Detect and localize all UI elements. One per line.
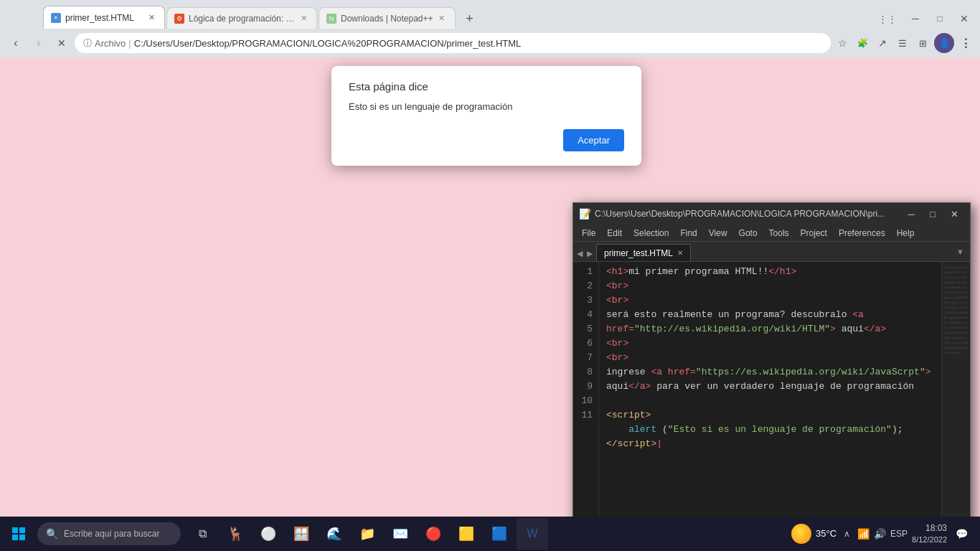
tab1-close[interactable]: ✕ <box>146 12 157 24</box>
taskbar-chrome-app[interactable]: 🔴 <box>418 518 449 550</box>
address-input-container[interactable]: ⓘ Archivo | C:/Users/User/Desktop/PROGRA… <box>75 33 831 53</box>
line-numbers: 1 2 3 4 5 6 7 8 9 10 11 <box>573 262 599 541</box>
notepad-minimize-btn[interactable]: ─ <box>901 206 921 222</box>
notepad-winctrls: ─ □ ✕ <box>901 206 964 222</box>
menu-help[interactable]: Help <box>891 227 920 240</box>
menu-view[interactable]: View <box>703 227 733 240</box>
address-bar: ‹ › ✕ ⓘ Archivo | C:/Users/User/Desktop/… <box>0 29 980 57</box>
sun-icon <box>791 524 811 544</box>
new-tab-button[interactable]: + <box>460 9 480 29</box>
code-line-10: alert ("Esto si es un lenguaje de progra… <box>606 423 934 437</box>
address-text: C:/Users/User/Desktop/PROGRAMACION/LOGIC… <box>134 38 522 49</box>
tab3-favicon: N <box>326 14 336 24</box>
window-expand-icon[interactable]: ⋮⋮ <box>874 12 901 26</box>
notification-button[interactable]: 💬 <box>951 524 971 544</box>
code-line-5: <br> <box>606 336 934 351</box>
npp-tab-name: primer_test.HTML <box>604 248 673 258</box>
notepad-tab-bar: ◀ ▶ primer_test.HTML ✕ ▼ <box>573 242 970 262</box>
menu-find[interactable]: Find <box>674 227 702 240</box>
menu-goto[interactable]: Goto <box>733 227 763 240</box>
notepad-restore-btn[interactable]: □ <box>923 206 943 222</box>
clock-time: 18:03 <box>925 523 947 534</box>
tab3-title: Downloads | Notepad++ <box>341 14 433 24</box>
menu-preferences[interactable]: Preferences <box>833 227 891 240</box>
window-close-btn[interactable]: ✕ <box>954 11 974 26</box>
network-icon[interactable]: 📶 <box>857 528 870 540</box>
sidebar-icon[interactable]: ⊞ <box>914 34 931 52</box>
alert-button-row: Aceptar <box>349 129 624 151</box>
accept-button[interactable]: Aceptar <box>563 129 624 151</box>
system-tray-expand[interactable]: ∧ <box>841 526 853 542</box>
notepad-close-btn[interactable]: ✕ <box>944 206 964 222</box>
notepad-app-icon: 📝 <box>579 208 590 220</box>
taskbar-taskview-app[interactable]: 🪟 <box>286 518 317 550</box>
temperature-text: 35°C <box>816 528 837 539</box>
alert-title: Esta página dice <box>349 80 624 93</box>
clock-date: 8/12/2022 <box>912 534 947 545</box>
tab2-favicon: ⚙ <box>174 14 184 24</box>
taskbar-task-view[interactable]: ⧉ <box>187 518 218 550</box>
code-line-3: <br> <box>606 293 934 308</box>
reading-list-icon[interactable]: ☰ <box>894 34 911 52</box>
taskbar-weather[interactable]: 35°C <box>791 524 837 544</box>
svg-rect-0 <box>12 527 18 533</box>
search-icon: 🔍 <box>46 528 58 540</box>
tab3-close[interactable]: ✕ <box>436 13 448 24</box>
alert-message: Esto si es un lenguaje de programación <box>349 101 624 112</box>
taskbar-filemanager-app[interactable]: 📁 <box>352 518 383 550</box>
taskbar-edge-app[interactable]: 🌊 <box>319 518 350 550</box>
profile-icon[interactable]: 👤 <box>934 33 954 53</box>
tab1-title: primer_test.HTML <box>65 13 143 23</box>
bookmark-star-icon[interactable]: ☆ <box>834 34 851 52</box>
window-minimize-btn[interactable]: ─ <box>905 11 925 26</box>
code-editor: 1 2 3 4 5 6 7 8 9 10 11 <h1>mi primer pr… <box>573 262 970 541</box>
npp-next-tab-icon[interactable]: ▶ <box>585 248 595 260</box>
notepad-window: 📝 C:\Users\User\Desktop\PROGRAMACION\LOG… <box>573 202 971 551</box>
menu-edit[interactable]: Edit <box>601 227 628 240</box>
code-line-2: <br> <box>606 279 934 293</box>
taskbar-word-app[interactable]: W <box>517 518 548 550</box>
taskbar-app9[interactable]: 🟦 <box>484 518 515 550</box>
back-button[interactable]: ‹ <box>6 33 26 53</box>
browser-window: ⚬ primer_test.HTML ✕ ⚙ Lógica de program… <box>0 0 980 551</box>
taskbar-search[interactable]: 🔍 Escribe aquí para buscar <box>37 522 181 545</box>
language-indicator: ESP <box>890 529 908 539</box>
windows-icon <box>11 527 26 541</box>
taskbar-mail-app[interactable]: ✉️ <box>385 518 416 550</box>
speaker-icon[interactable]: 🔊 <box>874 528 886 540</box>
menu-dots-icon[interactable]: ⋮ <box>957 34 974 52</box>
start-button[interactable] <box>3 518 34 550</box>
npp-tab-active[interactable]: primer_test.HTML ✕ <box>596 244 691 261</box>
code-line-7: ingrese <a href="https://es.wikipedia.or… <box>606 365 934 394</box>
tab2-close[interactable]: ✕ <box>298 13 309 24</box>
menu-project[interactable]: Project <box>795 227 833 240</box>
taskbar-search-app[interactable]: ⚪ <box>253 518 284 550</box>
tab-logica[interactable]: ⚙ Lógica de programación: Primer... ✕ <box>166 7 317 29</box>
menu-selection[interactable]: Selection <box>628 227 674 240</box>
code-line-9: <script> <box>606 408 934 423</box>
code-minimap: <h1>mi primer programa HTML!!</h1><br><b… <box>941 262 970 541</box>
taskbar-browser-app[interactable]: 🦌 <box>220 518 251 550</box>
tab-downloads[interactable]: N Downloads | Notepad++ ✕ <box>319 7 456 29</box>
notepad-title-text: C:\Users\User\Desktop\PROGRAMACION\LOGIC… <box>595 209 901 219</box>
code-content[interactable]: <h1>mi primer programa HTML!!</h1> <br> … <box>599 262 941 541</box>
share-icon[interactable]: ↗ <box>874 34 891 52</box>
address-info-icon: ⓘ <box>83 37 92 50</box>
code-line-8 <box>606 394 934 408</box>
tab-primer-test[interactable]: ⚬ primer_test.HTML ✕ <box>43 6 165 29</box>
menu-file[interactable]: File <box>576 227 601 240</box>
extensions-icon[interactable]: 🧩 <box>854 34 871 52</box>
forward-button[interactable]: › <box>29 33 49 53</box>
taskbar-clock[interactable]: 18:03 8/12/2022 <box>912 523 947 545</box>
taskbar: 🔍 Escribe aquí para buscar ⧉ 🦌 ⚪ 🪟 🌊 📁 ✉… <box>0 517 980 551</box>
npp-tab-close-icon[interactable]: ✕ <box>677 249 683 257</box>
address-separator: | <box>128 38 131 49</box>
reload-button[interactable]: ✕ <box>52 33 72 53</box>
npp-tab-dropdown[interactable]: ▼ <box>952 245 969 259</box>
browser-chrome: ⚬ primer_test.HTML ✕ ⚙ Lógica de program… <box>0 0 980 57</box>
menu-tools[interactable]: Tools <box>763 227 795 240</box>
window-maximize-btn[interactable]: □ <box>930 11 950 26</box>
taskbar-right: 35°C ∧ 📶 🔊 ESP 18:03 8/12/2022 💬 <box>791 523 977 545</box>
npp-prev-tab-icon[interactable]: ◀ <box>575 248 585 260</box>
taskbar-app8[interactable]: 🟨 <box>451 518 482 550</box>
